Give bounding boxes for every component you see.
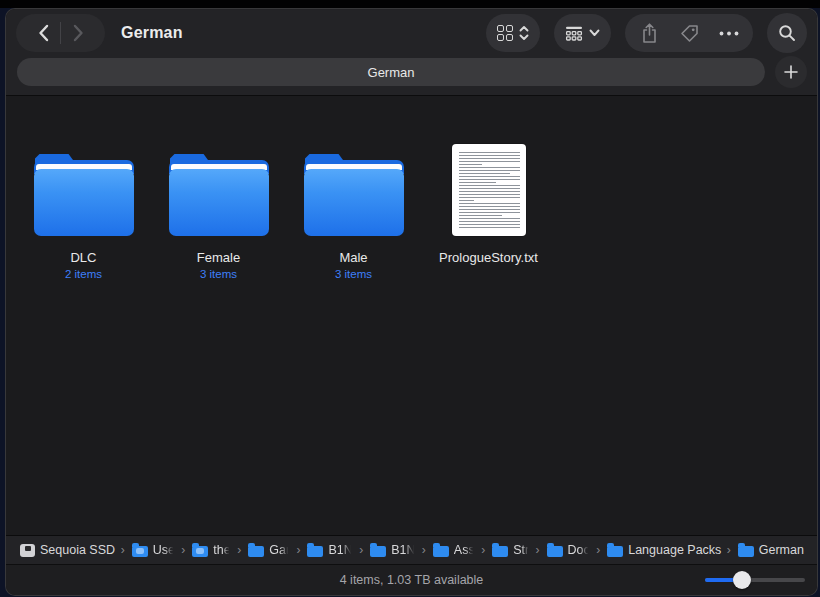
breadcrumb-separator: ›	[422, 543, 426, 557]
new-tab-button[interactable]	[775, 56, 807, 88]
users-folder-icon	[132, 546, 148, 557]
folder-icon	[547, 546, 563, 557]
tab-label: German	[368, 65, 415, 80]
navigation-button-group	[16, 14, 105, 52]
pathbar-label: the	[213, 543, 230, 557]
breadcrumb-separator: ›	[727, 543, 731, 557]
path-bar: Sequoia SSD › Use › the › Gar › B1N › B1…	[6, 535, 817, 564]
folder-icon	[248, 546, 264, 557]
search-button[interactable]	[767, 13, 807, 53]
forward-button[interactable]	[65, 14, 91, 52]
status-bar: 4 items, 1.03 TB available	[6, 564, 817, 595]
pathbar-label: Gar	[269, 543, 289, 557]
breadcrumb-separator: ›	[121, 543, 125, 557]
breadcrumb-separator: ›	[481, 543, 485, 557]
tab-bar: German	[6, 57, 817, 96]
pathbar-label: B1N	[328, 543, 352, 557]
pathbar-item-str[interactable]: Str	[492, 543, 528, 557]
nav-divider	[60, 22, 61, 44]
pathbar-item-doc[interactable]: Doc	[547, 543, 590, 557]
breadcrumb-separator: ›	[359, 543, 363, 557]
chevron-up-down-icon	[519, 25, 529, 41]
pathbar-label: Doc	[568, 543, 590, 557]
window-title: German	[121, 24, 183, 42]
pathbar-item-gar[interactable]: Gar	[248, 543, 289, 557]
pathbar-label: Sequoia SSD	[40, 543, 115, 557]
breadcrumb-separator: ›	[296, 543, 300, 557]
pathbar-label: B1N	[391, 543, 415, 557]
home-folder-icon	[192, 546, 208, 557]
text-file-icon	[452, 136, 526, 236]
actions-button-group	[625, 14, 753, 52]
drive-icon	[20, 544, 35, 557]
ellipsis-icon	[719, 31, 739, 36]
grid-view-icon	[497, 25, 513, 41]
toolbar-right-group	[486, 13, 807, 53]
chevron-left-icon	[38, 24, 49, 42]
share-button[interactable]	[629, 14, 669, 52]
group-by-button[interactable]	[554, 14, 611, 52]
pathbar-item-b1n-1[interactable]: B1N	[307, 543, 352, 557]
breadcrumb-separator: ›	[181, 543, 185, 557]
more-button[interactable]	[709, 14, 749, 52]
share-icon	[641, 23, 658, 44]
item-count: 2 items	[65, 268, 102, 280]
folder-item-male[interactable]: Male 3 items	[286, 136, 421, 280]
icon-size-slider[interactable]	[705, 571, 805, 589]
chevron-down-icon	[589, 29, 600, 37]
pathbar-item-users[interactable]: Use	[132, 543, 175, 557]
breadcrumb-separator: ›	[536, 543, 540, 557]
item-name: PrologueStory.txt	[439, 250, 538, 265]
status-text: 4 items, 1.03 TB available	[340, 573, 484, 587]
folder-icon	[492, 546, 508, 557]
breadcrumb-separator: ›	[596, 543, 600, 557]
desktop-top-strip	[0, 0, 820, 8]
pathbar-item-b1n-2[interactable]: B1N	[370, 543, 415, 557]
pathbar-item-home[interactable]: the	[192, 543, 230, 557]
item-name: Male	[339, 250, 367, 265]
item-count: 3 items	[335, 268, 372, 280]
folder-icon	[433, 546, 449, 557]
pathbar-label: German	[759, 543, 804, 557]
tag-button[interactable]	[669, 14, 709, 52]
pathbar-label: Use	[153, 543, 175, 557]
tab-german[interactable]: German	[17, 58, 765, 86]
item-count: 3 items	[200, 268, 237, 280]
chevron-right-icon	[73, 24, 84, 42]
breadcrumb-separator: ›	[237, 543, 241, 557]
pathbar-item-ass[interactable]: Ass	[433, 543, 474, 557]
back-button[interactable]	[30, 14, 56, 52]
icon-view-button[interactable]	[486, 14, 540, 52]
folder-icon	[738, 546, 754, 557]
pathbar-label: Ass	[454, 543, 474, 557]
file-item-prologuestory[interactable]: PrologueStory.txt	[421, 136, 556, 265]
folder-icon	[370, 546, 386, 557]
item-name: Female	[197, 250, 240, 265]
pathbar-item-german[interactable]: German	[738, 543, 803, 557]
slider-thumb[interactable]	[733, 571, 751, 589]
plus-icon	[784, 65, 798, 79]
pathbar-item-sequoia-ssd[interactable]: Sequoia SSD	[20, 543, 114, 557]
folder-icon	[169, 136, 269, 236]
folder-item-dlc[interactable]: DLC 2 items	[16, 136, 151, 280]
folder-icon	[34, 136, 134, 236]
pathbar-label: Str	[513, 543, 528, 557]
folder-icon	[307, 546, 323, 557]
file-browser-content: DLC 2 items Female 3 items Male 3 items	[6, 96, 817, 535]
folder-icon	[607, 546, 623, 557]
finder-window: German	[5, 8, 818, 596]
folder-item-female[interactable]: Female 3 items	[151, 136, 286, 280]
tag-icon	[680, 24, 699, 43]
pathbar-item-language-packs[interactable]: Language Packs	[607, 543, 720, 557]
item-name: DLC	[70, 250, 96, 265]
search-icon	[778, 24, 796, 42]
group-by-icon	[565, 26, 583, 41]
pathbar-label: Language Packs	[628, 543, 721, 557]
toolbar: German	[6, 9, 817, 57]
folder-icon	[304, 136, 404, 236]
